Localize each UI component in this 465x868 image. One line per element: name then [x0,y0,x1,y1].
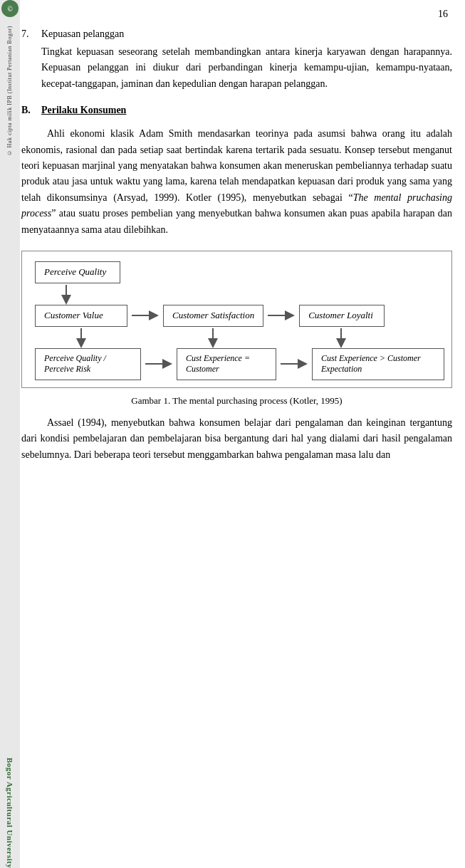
section-b-title: Perilaku Konsumen [41,105,126,116]
arrow-down-3 [203,328,223,348]
svg-marker-1 [61,295,71,305]
figure-caption: Gambar 1. The mental purchasing process … [21,395,452,407]
page-container: © © Hak cipta milik IPB (Institut Pertan… [0,0,465,868]
arrow-right-3 [145,354,172,374]
diagram-box-customer-loyalti: Customer Loyalti [299,305,385,327]
section-b-para2: Assael (1994), menyebutkan bahwa konsume… [21,415,452,463]
section-7-body: Tingkat kepuasan seseorang setelah memba… [41,44,452,92]
arrow-down-2 [71,328,91,348]
arrow-right-4 [281,354,308,374]
svg-marker-3 [149,310,159,320]
diagram-box-pq-pr: Perceive Quality / Perceive Risk [35,348,141,380]
svg-marker-13 [162,359,172,369]
diagram-box-customer-value: Customer Value [35,305,127,327]
diagram-box-customer-satisfaction: Customer Satisfaction [163,305,263,327]
diagram-container: Perceive Quality Customer Value [21,251,452,388]
logo-text: © [7,5,12,13]
svg-marker-15 [298,359,308,369]
svg-marker-5 [285,310,295,320]
section-7-header: 7. Kepuasan pelanggan [21,28,452,40]
svg-marker-7 [76,338,86,348]
section-7-title: Kepuasan pelanggan [41,28,124,40]
diagram: Perceive Quality Customer Value [29,261,444,380]
section-b-letter: B. [21,105,41,116]
page-number: 16 [438,9,448,20]
sidebar-watermark: © © Hak cipta milik IPB (Institut Pertan… [0,0,20,868]
svg-marker-11 [336,338,346,348]
svg-marker-9 [208,338,218,348]
sidebar-watermark-top: © Hak cipta milik IPB (Institut Pertania… [6,26,14,156]
section-b-para1: Ahli ekonomi klasik Adam Smith mendasark… [21,126,452,238]
diagram-box-perceive-quality: Perceive Quality [35,261,120,283]
sidebar-watermark-bottom: Bogor Agricultural University [5,758,15,868]
arrow-right-2 [268,305,295,325]
section-b: B. Perilaku Konsumen Ahli ekonomi klasik… [21,105,452,463]
section-7: 7. Kepuasan pelanggan Tingkat kepuasan s… [21,28,452,92]
content-area: 7. Kepuasan pelanggan Tingkat kepuasan s… [21,0,452,487]
section-7-number: 7. [21,28,41,40]
diagram-box-cust-exp-eq: Cust Experience = Customer [177,348,276,380]
diagram-box-cust-exp-gt: Cust Experience > Customer Expectation [312,348,444,380]
arrow-right-1 [132,305,159,325]
arrow-down-1 [56,285,76,305]
sidebar-logo: © [1,0,19,17]
arrow-down-4 [331,328,351,348]
section-b-header: B. Perilaku Konsumen [21,105,452,122]
